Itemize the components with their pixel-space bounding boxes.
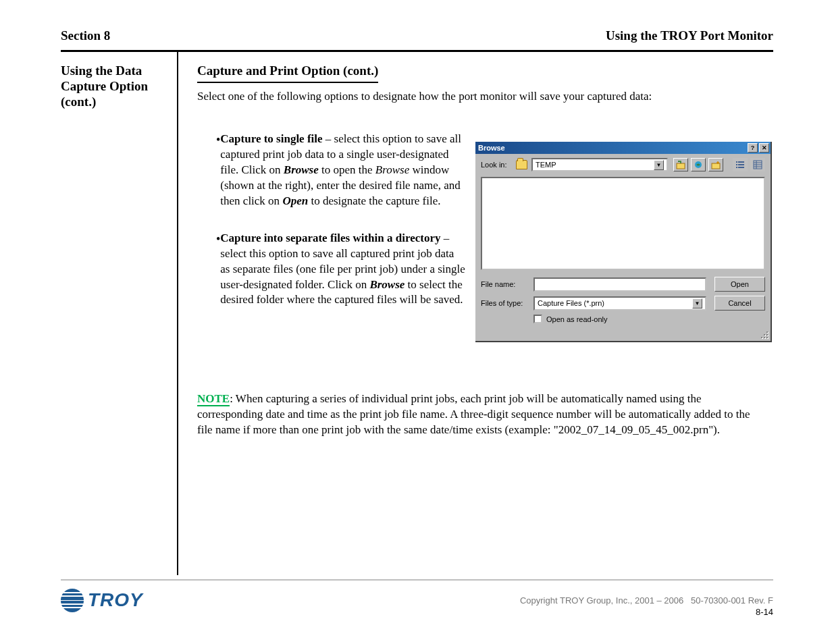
browse-dialog: Browse ? ✕ Look in: TEMP ▼ File name:	[475, 142, 772, 342]
svg-rect-5	[736, 167, 737, 168]
logo-text: TROY	[88, 589, 143, 611]
svg-rect-0	[677, 163, 685, 169]
section-header-left: Section 8	[61, 28, 110, 43]
svg-rect-2	[712, 163, 720, 169]
footer-rule	[61, 579, 773, 581]
note-paragraph: NOTE: When capturing a series of individ…	[197, 392, 764, 438]
resize-grip-icon[interactable]	[760, 330, 769, 340]
svg-rect-3	[736, 161, 737, 163]
note-label: NOTE	[197, 392, 230, 406]
lookin-select[interactable]: TEMP ▼	[531, 158, 668, 171]
desktop-button[interactable]	[691, 158, 706, 171]
troy-logo: TROY	[61, 589, 143, 612]
file-listbox[interactable]	[481, 177, 765, 270]
vertical-rule	[177, 50, 178, 575]
lookin-label: Look in:	[481, 161, 513, 169]
list-view-button[interactable]	[733, 158, 748, 171]
folder-icon	[516, 160, 527, 169]
header-rule	[61, 50, 773, 52]
filetype-value: Capture Files (*.prn)	[538, 299, 604, 307]
logo-mark-icon	[61, 589, 84, 612]
footer-text: Copyright TROY Group, Inc., 2001 – 2006 …	[520, 595, 773, 618]
filename-input[interactable]	[533, 277, 706, 292]
section-title: Capture and Print Option (cont.)	[197, 63, 378, 83]
filetype-select[interactable]: Capture Files (*.prn) ▼	[533, 296, 706, 311]
new-folder-button[interactable]	[708, 158, 723, 171]
details-view-button[interactable]	[750, 158, 765, 171]
cancel-button[interactable]: Cancel	[714, 296, 765, 311]
dialog-title: Browse	[478, 144, 746, 152]
dialog-titlebar: Browse ? ✕	[475, 142, 771, 154]
list-item: • Capture to single file – select this o…	[216, 132, 466, 209]
chevron-down-icon: ▼	[692, 298, 702, 308]
open-button[interactable]: Open	[714, 277, 765, 292]
filename-label: File name:	[481, 280, 533, 288]
svg-rect-8	[738, 167, 744, 168]
intro-paragraph: Select one of the following options to d…	[197, 89, 764, 105]
up-one-level-button[interactable]	[673, 158, 688, 171]
readonly-checkbox[interactable]	[533, 315, 542, 323]
bullet-list: • Capture to single file – select this o…	[216, 132, 466, 329]
sidebar-heading: Using the Data Capture Option (cont.)	[61, 63, 172, 109]
filetype-label: Files of type:	[481, 299, 533, 307]
close-button[interactable]: ✕	[759, 143, 769, 153]
chevron-down-icon: ▼	[654, 160, 664, 170]
svg-rect-7	[738, 164, 744, 165]
lookin-value: TEMP	[536, 161, 556, 169]
list-item: • Capture into separate files within a d…	[216, 231, 466, 308]
section-header-right: Using the TROY Port Monitor	[606, 28, 773, 43]
readonly-label: Open as read-only	[546, 315, 608, 323]
help-button[interactable]: ?	[748, 143, 758, 153]
svg-rect-4	[736, 164, 737, 165]
svg-rect-6	[738, 161, 744, 163]
